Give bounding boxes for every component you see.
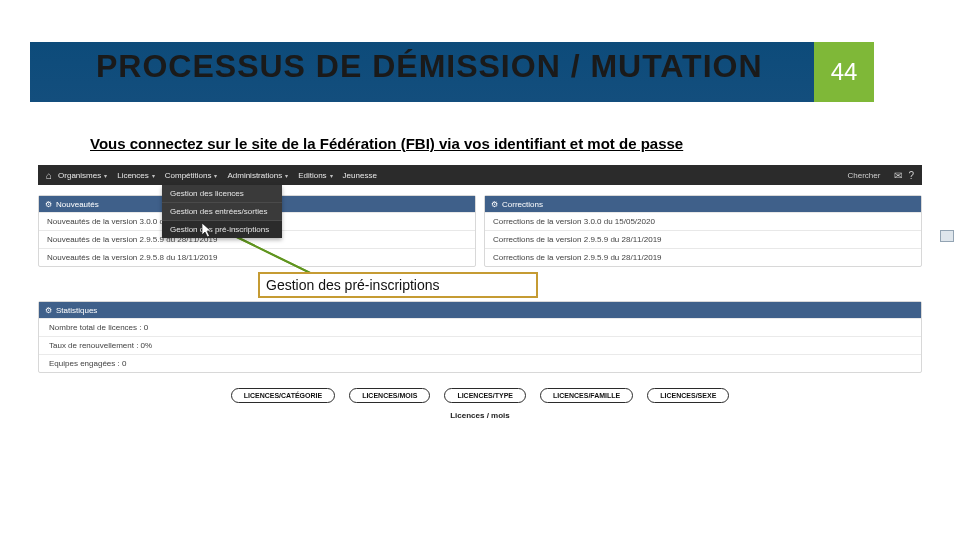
app-topbar: ⌂ Organismes▾ Licences▾ Compétitions▾ Ad… bbox=[38, 165, 922, 185]
panel-title: Statistiques bbox=[56, 306, 97, 315]
panel-title: Nouveautés bbox=[56, 200, 99, 209]
nav-licences[interactable]: Licences▾ bbox=[117, 171, 155, 180]
cursor-icon bbox=[202, 223, 214, 239]
licences-dropdown: Gestion des licences Gestion des entrées… bbox=[162, 185, 282, 238]
list-item[interactable]: Corrections de la version 2.9.5.9 du 28/… bbox=[485, 230, 921, 248]
dropdown-item[interactable]: Gestion des entrées/sorties bbox=[162, 202, 282, 220]
callout-label: Gestion des pré-inscriptions bbox=[258, 272, 538, 298]
dropdown-item[interactable]: Gestion des licences bbox=[162, 185, 282, 202]
nav-organismes[interactable]: Organismes▾ bbox=[58, 171, 107, 180]
btn-licences-sexe[interactable]: LICENCES/SEXE bbox=[647, 388, 729, 403]
nav-label: Editions bbox=[298, 171, 326, 180]
panel-title: Corrections bbox=[502, 200, 543, 209]
nav-competitions[interactable]: Compétitions▾ bbox=[165, 171, 218, 180]
nav-label: Licences bbox=[117, 171, 149, 180]
list-item[interactable]: Nouveautés de la version 2.9.5.8 du 18/1… bbox=[39, 248, 475, 266]
nav-label: Jeunesse bbox=[343, 171, 377, 180]
help-icon[interactable]: ? bbox=[908, 170, 914, 181]
page-title: PROCESSUS DE DÉMISSION / MUTATION bbox=[96, 48, 763, 85]
nav-label: Compétitions bbox=[165, 171, 212, 180]
chevron-down-icon: ▾ bbox=[214, 172, 217, 179]
btn-licences-famille[interactable]: LICENCES/FAMILLE bbox=[540, 388, 633, 403]
nav-label: Organismes bbox=[58, 171, 101, 180]
search-label[interactable]: Chercher bbox=[848, 171, 881, 180]
list-item[interactable]: Corrections de la version 3.0.0 du 15/05… bbox=[485, 212, 921, 230]
stats-row: Taux de renouvellement : 0% bbox=[39, 336, 921, 354]
chevron-down-icon: ▾ bbox=[152, 172, 155, 179]
chevron-down-icon: ▾ bbox=[285, 172, 288, 179]
list-item[interactable]: Corrections de la version 2.9.5.9 du 28/… bbox=[485, 248, 921, 266]
panel-header: ⚙ Corrections bbox=[485, 196, 921, 212]
chart-label: Licences / mois bbox=[38, 411, 922, 420]
gear-icon: ⚙ bbox=[45, 306, 52, 315]
panel-header: ⚙ Statistiques bbox=[39, 302, 921, 318]
subtitle: Vous connectez sur le site de la Fédérat… bbox=[90, 135, 683, 152]
panel-corrections: ⚙ Corrections Corrections de la version … bbox=[484, 195, 922, 267]
stats-button-row: LICENCES/CATÉGORIE LICENCES/MOIS LICENCE… bbox=[38, 383, 922, 407]
stats-row: Equipes engagées : 0 bbox=[39, 354, 921, 372]
btn-licences-categorie[interactable]: LICENCES/CATÉGORIE bbox=[231, 388, 335, 403]
nav-jeunesse[interactable]: Jeunesse bbox=[343, 171, 377, 180]
btn-licences-mois[interactable]: LICENCES/MOIS bbox=[349, 388, 430, 403]
nav-administrations[interactable]: Administrations▾ bbox=[227, 171, 288, 180]
floating-box-icon bbox=[940, 230, 954, 242]
chevron-down-icon: ▾ bbox=[330, 172, 333, 179]
page-number: 44 bbox=[814, 42, 874, 102]
stats-row: Nombre total de licences : 0 bbox=[39, 318, 921, 336]
chevron-down-icon: ▾ bbox=[104, 172, 107, 179]
nav-editions[interactable]: Editions▾ bbox=[298, 171, 332, 180]
mail-icon[interactable]: ✉ bbox=[894, 170, 902, 181]
gear-icon: ⚙ bbox=[45, 200, 52, 209]
dropdown-item-active[interactable]: Gestion des pré-inscriptions bbox=[162, 220, 282, 238]
btn-licences-type[interactable]: LICENCES/TYPE bbox=[444, 388, 526, 403]
home-icon[interactable]: ⌂ bbox=[46, 170, 52, 181]
nav-label: Administrations bbox=[227, 171, 282, 180]
embedded-app: ⌂ Organismes▾ Licences▾ Compétitions▾ Ad… bbox=[38, 165, 922, 185]
panel-statistiques: ⚙ Statistiques Nombre total de licences … bbox=[38, 301, 922, 373]
gear-icon: ⚙ bbox=[491, 200, 498, 209]
